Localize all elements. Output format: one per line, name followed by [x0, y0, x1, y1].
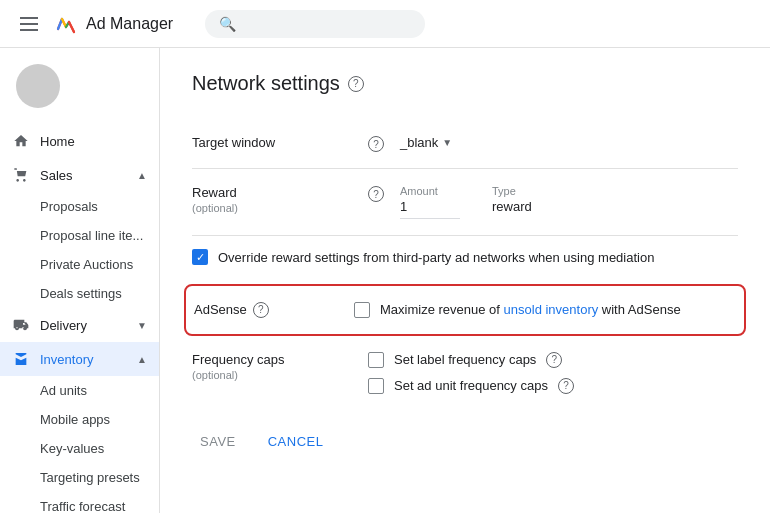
home-icon [12, 132, 30, 150]
freq-adunit-help-icon[interactable]: ? [558, 378, 574, 394]
override-text: Override reward settings from third-part… [218, 248, 654, 268]
sidebar-item-label: Delivery [40, 318, 87, 333]
sidebar-item-label: Inventory [40, 352, 93, 367]
sidebar-item-deals-settings[interactable]: Deals settings [0, 279, 159, 308]
save-button[interactable]: SAVE [192, 426, 244, 457]
freq-label-text: Set label frequency caps [394, 352, 536, 367]
sidebar-item-proposals[interactable]: Proposals [0, 192, 159, 221]
sidebar-item-traffic-forecast[interactable]: Traffic forecast [0, 492, 159, 513]
adsense-unsold-link[interactable]: unsold inventory [504, 302, 599, 317]
freq-label-help-icon[interactable]: ? [546, 352, 562, 368]
override-checkbox[interactable]: ✓ [192, 249, 208, 265]
main-content: Network settings ? Target window ? _blan… [160, 48, 770, 513]
adsense-row: AdSense ? Maximize revenue of unsold inv… [184, 284, 746, 336]
dropdown-arrow-icon: ▼ [442, 137, 452, 148]
truck-icon [12, 316, 30, 334]
sidebar-item-delivery[interactable]: Delivery ▼ [0, 308, 159, 342]
search-input[interactable] [244, 16, 404, 31]
target-window-value: _blank [400, 135, 438, 150]
adsense-text: Maximize revenue of unsold inventory wit… [380, 302, 681, 317]
reward-amount-field: Amount 1 [400, 185, 460, 219]
override-row: ✓ Override reward settings from third-pa… [192, 236, 738, 284]
sidebar-item-label: Sales [40, 168, 73, 183]
page-title-text: Network settings [192, 72, 340, 95]
freq-adunit-checkbox[interactable] [368, 378, 384, 394]
app-title: Ad Manager [86, 15, 173, 33]
sidebar-sub-label: Traffic forecast [40, 499, 125, 513]
sidebar-item-targeting-presets[interactable]: Targeting presets [0, 463, 159, 492]
logo-icon [54, 12, 78, 36]
adsense-label: AdSense [194, 302, 247, 317]
sidebar-sub-label: Proposal line ite... [40, 228, 143, 243]
layout: Home Sales ▲ Proposals Proposal line ite… [0, 48, 770, 513]
freq-adunit-text: Set ad unit frequency caps [394, 378, 548, 393]
chevron-down-icon: ▼ [137, 320, 147, 331]
form-actions: SAVE CANCEL [192, 410, 738, 473]
target-window-row: Target window ? _blank ▼ [192, 119, 738, 169]
sidebar-sub-label: Mobile apps [40, 412, 110, 427]
adsense-field: Maximize revenue of unsold inventory wit… [354, 302, 681, 318]
sidebar-sub-label: Ad units [40, 383, 87, 398]
sidebar-sub-label: Private Auctions [40, 257, 133, 272]
adsense-help-icon[interactable]: ? [253, 302, 269, 318]
reward-label: Reward (optional) [192, 185, 352, 214]
sidebar-sub-label: Proposals [40, 199, 98, 214]
sidebar-item-mobile-apps[interactable]: Mobile apps [0, 405, 159, 434]
freq-option-ad-unit: Set ad unit frequency caps ? [368, 378, 574, 394]
freq-label-checkbox[interactable] [368, 352, 384, 368]
sidebar-item-home[interactable]: Home [0, 124, 159, 158]
freq-option-label: Set label frequency caps ? [368, 352, 574, 368]
target-window-select[interactable]: _blank ▼ [400, 135, 452, 150]
box-icon [12, 350, 30, 368]
frequency-caps-row: Frequency caps (optional) Set label freq… [192, 336, 738, 410]
sidebar-sub-label: Deals settings [40, 286, 122, 301]
page-title: Network settings ? [192, 72, 738, 95]
sidebar-item-inventory[interactable]: Inventory ▲ [0, 342, 159, 376]
freq-label-section: Frequency caps (optional) [192, 352, 352, 381]
target-window-label: Target window [192, 135, 352, 150]
sidebar-sub-label: Key-values [40, 441, 104, 456]
sidebar-item-private-auctions[interactable]: Private Auctions [0, 250, 159, 279]
page-title-help-icon[interactable]: ? [348, 76, 364, 92]
hamburger-menu[interactable] [16, 13, 42, 35]
avatar [16, 64, 60, 108]
topbar: Ad Manager 🔍 [0, 0, 770, 48]
chevron-up-icon: ▲ [137, 170, 147, 181]
adsense-label-section: AdSense ? [194, 302, 354, 318]
sidebar-item-ad-units[interactable]: Ad units [0, 376, 159, 405]
sidebar-sub-label: Targeting presets [40, 470, 140, 485]
freq-options: Set label frequency caps ? Set ad unit f… [368, 352, 574, 394]
search-icon: 🔍 [219, 16, 236, 32]
reward-inputs: Amount 1 Type reward [400, 185, 532, 219]
cancel-button[interactable]: CANCEL [260, 426, 332, 457]
adsense-checkbox[interactable] [354, 302, 370, 318]
target-window-help-icon[interactable]: ? [368, 136, 384, 152]
sidebar-item-label: Home [40, 134, 75, 149]
sidebar-item-key-values[interactable]: Key-values [0, 434, 159, 463]
target-window-field: _blank ▼ [400, 135, 452, 150]
reward-type-field: Type reward [492, 185, 532, 214]
reward-help-icon[interactable]: ? [368, 186, 384, 202]
sidebar-item-sales[interactable]: Sales ▲ [0, 158, 159, 192]
cart-icon [12, 166, 30, 184]
chevron-up-icon: ▲ [137, 354, 147, 365]
app-logo: Ad Manager [54, 12, 173, 36]
reward-row: Reward (optional) ? Amount 1 Type reward [192, 169, 738, 236]
search-bar[interactable]: 🔍 [205, 10, 425, 38]
sidebar-item-proposal-line[interactable]: Proposal line ite... [0, 221, 159, 250]
sidebar: Home Sales ▲ Proposals Proposal line ite… [0, 48, 160, 513]
